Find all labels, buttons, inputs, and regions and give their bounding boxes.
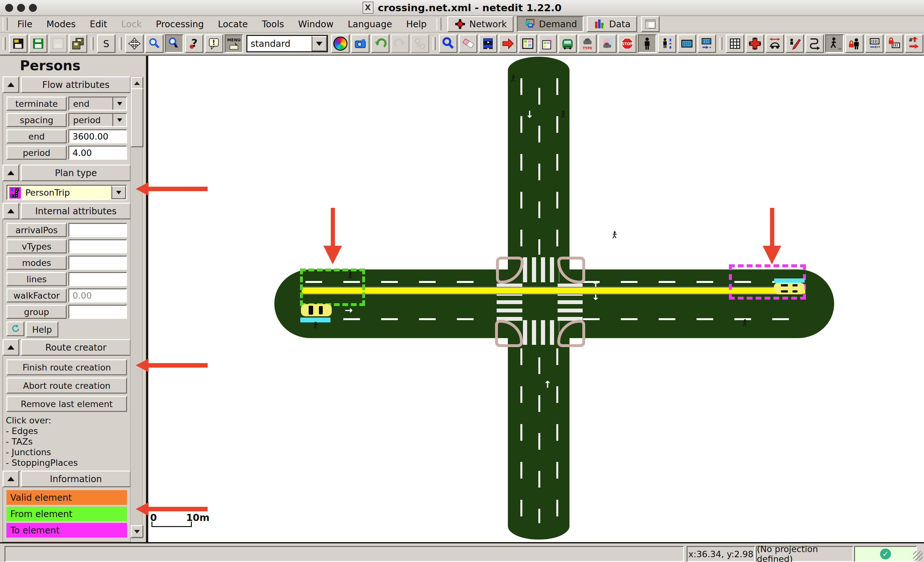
group-label[interactable]: group [6,305,67,319]
walkfactor-field[interactable] [68,288,127,303]
arrivalpos-label[interactable]: arrivalPos [6,223,67,237]
messages-button[interactable]: ! [205,34,223,53]
toolbar-grip-4[interactable] [432,37,436,50]
route-mode-button[interactable] [519,34,537,53]
toolbar-grip-1[interactable] [3,37,6,50]
crosswalk-north[interactable] [523,257,559,282]
terminate-combo[interactable]: end [68,97,127,111]
walkfactor-label[interactable]: walkFactor [6,288,67,303]
draw-person-toggle-button[interactable] [785,34,804,53]
finish-route-creation-button[interactable]: Finish route creation [6,359,127,375]
save-all-button[interactable] [69,34,87,53]
vehicle[interactable] [774,283,805,294]
save-network-button[interactable] [9,34,28,53]
inspect-mode-button[interactable] [439,34,458,53]
show-container-plans-toggle-button[interactable] [865,34,884,53]
pedestrian[interactable] [312,321,319,330]
end-field[interactable] [68,129,127,143]
pedestrian[interactable] [742,319,748,327]
spacing-label[interactable]: spacing [6,113,67,127]
from-edge-highlight[interactable] [300,268,365,306]
toolbar-grip-5[interactable] [719,37,723,50]
help-button-panel[interactable]: Help [26,321,58,337]
crosswalk-south[interactable] [523,320,559,345]
resize-grip[interactable] [913,551,923,561]
close-window-icon[interactable] [5,4,13,12]
menu-popup-button[interactable]: MENU [225,34,243,53]
snapshot-button[interactable] [351,34,370,53]
person-mode-button[interactable] [638,34,656,53]
toggle-frames-button[interactable] [641,16,660,32]
menu-help[interactable]: Help [399,17,434,31]
terminate-dropdown[interactable] [112,97,126,110]
select-mode-button[interactable] [478,34,497,53]
title-bar[interactable]: X crossing.net.xml - netedit 1.22.0 [0,0,924,16]
flow-attributes-header[interactable]: Flow attributes [21,76,131,93]
group-field[interactable] [68,305,127,319]
pedestrian[interactable] [560,110,567,119]
collapse-internal-button[interactable] [3,203,19,219]
person-plan-mode-button[interactable] [658,34,676,53]
menu-tools[interactable]: Tools [255,17,291,31]
supermode-grip[interactable] [436,18,441,30]
end-label[interactable]: end [6,129,67,143]
container-plan-mode-button[interactable] [698,34,716,53]
route-creator-header[interactable]: Route creator [21,339,131,356]
spacing-combo[interactable]: period [68,113,127,127]
spacing-dropdown[interactable] [112,114,126,126]
collapse-route-button[interactable] [3,339,19,356]
network-supermode-button[interactable]: Network [447,16,514,32]
menu-edit[interactable]: Edit [83,17,114,31]
vehicle-mode-button[interactable] [558,34,577,53]
period-label[interactable]: period [6,145,67,160]
remove-last-element-button[interactable]: Remove last element [6,396,127,412]
maximize-window-icon[interactable] [29,4,37,12]
panel-scrollbar[interactable] [130,76,142,538]
lock-person-toggle-button[interactable] [845,34,864,53]
information-header[interactable]: Information [21,471,131,487]
scroll-up-button[interactable] [130,76,143,90]
modes-label[interactable]: modes [6,256,67,270]
bus-stop[interactable] [774,279,805,283]
spread-vehicles-toggle-button[interactable] [765,34,784,53]
toolbar-grip-2[interactable] [90,37,94,50]
help-button[interactable]: ? [185,34,203,53]
stop-mode-button[interactable]: STOP [618,34,636,53]
show-overlapped-routes-toggle-button[interactable]: # [905,34,923,53]
delete-mode-button[interactable] [459,34,477,53]
menu-file[interactable]: File [10,17,39,31]
vtypes-field[interactable] [68,239,127,253]
container-mode-button[interactable] [678,34,696,53]
menu-window[interactable]: Window [291,17,340,31]
abort-route-creation-button[interactable]: Abort route creation [6,378,127,394]
view-scheme-dropdown[interactable] [312,36,327,51]
minimize-window-icon[interactable] [17,4,25,12]
undo-button[interactable] [371,34,390,53]
plan-type-combo[interactable]: PersonTrip [6,185,127,200]
pedestrian[interactable] [510,74,516,83]
window-controls[interactable] [5,4,37,12]
simulation-s-button[interactable]: S [97,34,116,53]
type-mode-button[interactable]: TYPE [578,34,597,53]
data-supermode-button[interactable]: Data [587,16,637,32]
view-scheme-combo[interactable]: standard [246,35,328,52]
collapse-flow-button[interactable] [3,76,19,93]
route-distribution-mode-button[interactable] [538,34,557,53]
period-field[interactable] [68,145,127,160]
menubar-grip[interactable] [3,18,8,30]
move-mode-button[interactable] [499,34,517,53]
reset-button[interactable] [6,321,24,336]
internal-attributes-header[interactable]: Internal attributes [21,203,131,219]
vehicle[interactable] [301,304,332,316]
view-scheme-value[interactable]: standard [248,36,312,51]
menu-modes[interactable]: Modes [39,17,83,31]
menu-language[interactable]: Language [341,17,399,31]
pedestrian[interactable] [347,271,354,280]
show-person-plans-toggle-button[interactable]: ... [825,34,844,53]
collapse-plan-button[interactable] [3,165,19,181]
terminate-label[interactable]: terminate [6,97,67,111]
menu-processing[interactable]: Processing [149,17,211,31]
lines-field[interactable] [68,272,127,286]
save-demand-button[interactable] [29,34,48,53]
show-routes-toggle-button[interactable] [805,34,824,53]
